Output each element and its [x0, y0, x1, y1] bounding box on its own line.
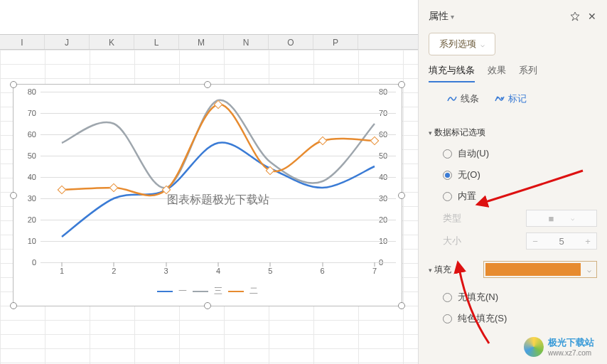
panel-tabs: 填充与线条 效果 系列	[419, 64, 607, 88]
chevron-down-icon: ⌵	[582, 266, 596, 274]
size-label: 大小	[443, 235, 526, 247]
radio-none[interactable]: 无(O)	[429, 164, 597, 186]
plot-area[interactable]: 图表标题极光下载站	[41, 92, 396, 262]
tab-fill-line[interactable]: 填充与线条	[429, 64, 475, 82]
resize-handle[interactable]	[398, 192, 405, 199]
svg-point-1	[501, 97, 503, 100]
increment-icon: +	[579, 236, 596, 247]
marker-icon	[495, 94, 505, 104]
fill-color-select[interactable]: ⌵	[483, 261, 597, 278]
resize-handle[interactable]	[10, 302, 17, 309]
line-icon	[447, 94, 457, 104]
section-fill[interactable]: 填充	[429, 264, 483, 276]
subtab-line[interactable]: 线条	[447, 92, 479, 105]
radio-no-fill[interactable]: 无填充(N)	[429, 287, 597, 308]
tab-series[interactable]: 系列	[519, 64, 537, 82]
chart-lines	[41, 92, 396, 262]
decrement-icon: −	[527, 236, 544, 247]
x-axis: 1234567	[41, 267, 396, 281]
resize-handle[interactable]	[204, 302, 211, 309]
size-stepper: − 5 +	[526, 232, 597, 250]
tab-effects[interactable]: 效果	[488, 64, 506, 82]
watermark-logo-icon	[524, 337, 544, 357]
type-label: 类型	[443, 212, 526, 225]
resize-handle[interactable]	[398, 302, 405, 309]
panel-title[interactable]: 属性	[429, 10, 564, 23]
spreadsheet-area: IJKLMNOP 01020304050607080 0102030405060…	[0, 0, 418, 364]
svg-point-0	[497, 97, 499, 99]
marker-type-select: ■⌵	[526, 210, 597, 227]
chevron-down-icon: ⌵	[480, 41, 485, 48]
chart-legend[interactable]: 一三二	[14, 285, 402, 297]
y-axis-left: 01020304050607080	[19, 92, 39, 262]
resize-handle[interactable]	[10, 192, 17, 199]
resize-handle[interactable]	[398, 81, 405, 88]
subtab-marker[interactable]: 标记	[495, 92, 527, 105]
panel-subtabs: 线条 标记	[419, 88, 607, 115]
radio-builtin[interactable]: 内置	[429, 186, 597, 207]
chart-title[interactable]: 图表标题极光下载站	[41, 193, 396, 208]
resize-handle[interactable]	[10, 81, 17, 88]
close-icon[interactable]: ✕	[586, 10, 598, 23]
radio-solid-fill[interactable]: 纯色填充(S)	[429, 308, 597, 329]
section-marker-options[interactable]: 数据标记选项	[429, 127, 597, 139]
column-headers: IJKLMNOP	[0, 34, 418, 50]
properties-panel: 属性 ✕ 系列选项 ⌵ 填充与线条 效果 系列 线条 标记 数据标记选项 自动(…	[418, 0, 607, 364]
radio-auto[interactable]: 自动(U)	[429, 143, 597, 164]
resize-handle[interactable]	[204, 81, 211, 88]
series-options-button[interactable]: 系列选项 ⌵	[429, 33, 495, 55]
watermark: 极光下载站 www.xz7.com	[524, 336, 594, 357]
chart-object[interactable]: 01020304050607080 01020304050607080 图表标题…	[13, 84, 402, 306]
pin-icon[interactable]	[569, 10, 581, 23]
